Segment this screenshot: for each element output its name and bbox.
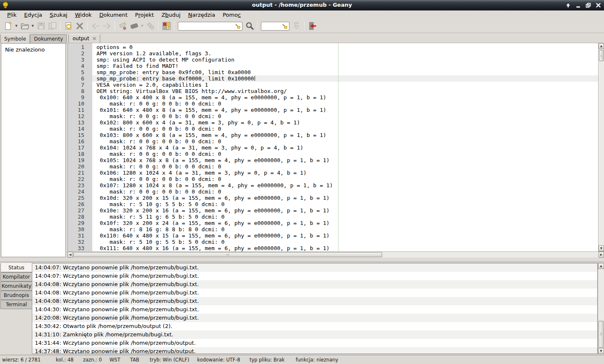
line-number: 2 [68,50,92,57]
line-text: mask: r: 5 11 g: 6 5 b: 5 0 dcmi: 0 [92,214,224,220]
revert-file-icon[interactable] [62,21,74,32]
editor-text-area[interactable]: 1options = 02APM version 1.2 available, … [68,43,604,251]
goto-line-icon[interactable] [291,21,302,32]
color-chooser-icon[interactable] [161,21,172,32]
menu-edycja[interactable]: Edycja [21,11,46,19]
status-message[interactable]: 14:04:07: Wczytano ponownie plik /home/p… [32,272,597,280]
nav-back-icon[interactable] [90,21,101,32]
panel-tab-brudnopis[interactable]: Brudnopis [0,291,32,300]
scroll-right-icon[interactable]: ▶ [599,252,604,258]
status-message[interactable]: 14:31:44: Wczytano ponownie plik /home/p… [32,339,597,347]
scroll-left-icon[interactable]: ◀ [68,252,73,258]
status-selection: zazn.: 0 [83,357,102,363]
status-message-list[interactable]: 14:04:07: Wczytano ponownie plik /home/p… [32,263,598,354]
line-text: mask: r: 0 0 g: 0 0 b: 0 0 dcmi: 0 [92,126,221,132]
editor-line: 17 0x104: 1024 x 768 x 4 (a = 31, mem = … [68,145,604,151]
document-tabbar: output × [68,34,604,43]
editor-line: 8OEM string: VirtualBox VBE BIOS http://… [68,88,604,94]
panel-tab-terminal[interactable]: Terminal [0,300,32,309]
scroll-down-icon[interactable]: ▼ [599,245,604,251]
nav-forward-icon[interactable] [101,21,112,32]
status-message[interactable]: 14:37:48: Wczytano ponownie plik /home/p… [32,347,597,354]
status-column: kol.: 48 [56,357,73,363]
line-number: 1 [68,44,92,50]
status-filetype: typ pliku: Brak [250,357,284,363]
menu-widok[interactable]: Widok [71,11,96,19]
panel-tab-komunikaty[interactable]: Komunikaty [0,281,32,291]
status-insert-mode: WST [109,357,120,363]
line-number: 33 [68,245,92,251]
clear-broom-icon[interactable] [234,23,241,29]
sidebar-tabs: SymboleDokumenty [0,34,67,43]
editor-hscroll-thumb[interactable] [73,252,382,257]
menu-dokument[interactable]: Dokument [96,11,131,19]
close-icon[interactable] [595,2,601,8]
line-text: OEM string: VirtualBox VBE BIOS http://w… [92,88,287,94]
sidebar-tab-symbole[interactable]: Symbole [0,34,30,43]
editor-vscrollbar[interactable]: ▲ ▼ [598,43,604,251]
execute-icon[interactable] [145,21,156,32]
shade-icon[interactable] [565,2,571,8]
new-file-dropdown-icon[interactable]: ▼ [14,21,19,32]
line-text: 0x103: 800 x 600 x 8 (a = 155, mem = 4, … [92,132,326,138]
save-all-icon[interactable] [47,21,58,32]
menu-pomoc[interactable]: Pomoc [219,11,245,19]
menu-projekt[interactable]: Projekt [131,11,158,19]
build-icon[interactable] [128,21,140,32]
close-file-icon[interactable] [74,21,85,32]
tab-close-icon[interactable]: × [92,36,97,41]
status-message[interactable]: 14:31:10: Zamknięto plik /home/przemub/b… [32,330,597,339]
open-file-icon[interactable] [19,21,30,32]
menu-narzdzia[interactable]: Narzędzia [184,11,219,19]
editor-line: 30 mask: r: 8 16 g: 8 8 b: 8 0 dcmi: 0 [68,226,604,232]
new-file-icon[interactable] [3,21,14,32]
symbols-panel[interactable]: Nie znaleziono [1,43,66,257]
menu-szukaj[interactable]: Szukaj [46,11,71,19]
status-message[interactable]: 14:04:08: Wczytano ponownie plik /home/p… [32,289,597,297]
search-icon[interactable] [244,21,255,32]
line-text: mask: r: 5 10 g: 5 5 b: 5 0 dcmi: 0 [92,239,224,245]
scroll-up-icon[interactable]: ▲ [599,43,604,49]
line-number: 10 [68,101,92,107]
line-text: options = 0 [92,44,133,50]
scroll-down-icon[interactable]: ▼ [598,348,604,354]
line-text: 0x106: 1280 x 1024 x 4 (a = 31, mem = 3,… [92,170,307,176]
clear-broom-icon[interactable] [281,23,288,29]
status-message[interactable]: 14:04:08: Wczytano ponownie plik /home/p… [32,297,597,305]
status-message[interactable]: 14:04:30: Wczytano ponownie plik /home/p… [32,305,597,314]
editor-line: 21 0x106: 1280 x 1024 x 4 (a = 31, mem =… [68,170,604,176]
scroll-up-icon[interactable]: ▲ [598,263,604,269]
toolbar: ▼▼▼ [0,19,604,33]
save-file-icon[interactable] [35,21,47,32]
panel-tab-kompilator[interactable]: Kompilator [0,272,32,281]
compile-icon[interactable] [117,21,128,32]
status-message[interactable]: 14:20:08: Wczytano ponownie plik /home/p… [32,314,597,322]
sidebar-tab-dokumenty[interactable]: Dokumenty [30,34,67,43]
line-number: 32 [68,239,92,245]
menu-plik[interactable]: Plik [3,11,21,19]
editor-line: 1options = 0 [68,44,604,50]
editor-hscrollbar[interactable]: ◀ ▶ [68,251,604,258]
goto-line-input[interactable] [261,22,289,31]
search-input[interactable] [178,22,242,31]
minimize-icon[interactable] [575,2,581,8]
status-message[interactable]: 14:04:08: Wczytano ponownie plik /home/p… [32,280,597,289]
messages-vscrollbar[interactable]: ▲ ▼ [598,263,604,354]
restore-icon[interactable] [585,2,591,8]
message-panel: StatusKompilatorKomunikatyBrudnopisTermi… [0,262,604,355]
menu-zbuduj[interactable]: Zbuduj [158,11,185,19]
editor-vscroll-thumb[interactable] [599,50,604,61]
statusbar: wiersz: 6 / 2781kol.: 48zazn.: 0WSTTABtr… [0,355,604,364]
editor-line: 6smp_mp_probe: entry base 0xf0000, limit… [68,75,604,82]
messages-vscroll-thumb[interactable] [599,321,604,348]
titlebar[interactable]: output - /home/przemub - Geany [0,0,604,10]
status-message[interactable]: 14:30:42: Otwarto plik /home/przemub/out… [32,322,597,330]
open-file-dropdown-icon[interactable]: ▼ [30,21,35,32]
window-controls [565,2,601,8]
status-message[interactable]: 14:04:07: Wczytano ponownie plik /home/p… [32,263,597,272]
tab-output[interactable]: output × [68,34,100,43]
panel-tab-status[interactable]: Status [0,263,32,272]
build-dropdown-icon[interactable]: ▼ [140,21,145,32]
line-number: 30 [68,226,92,232]
quit-icon[interactable] [307,21,318,32]
